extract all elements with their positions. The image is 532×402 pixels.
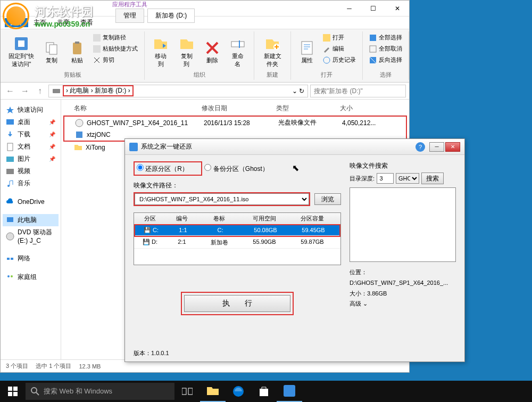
sidebar-videos[interactable]: 视频 [3,165,59,177]
dialog-title-bar: 系统之家一键还原 ? ─ ✕ [125,139,464,155]
location-value: D:\GHOST_WIN7_SP1_X64_2016_... [350,280,448,286]
backup-radio[interactable]: 备份分区（Ghost） [204,165,268,173]
svg-rect-15 [53,89,60,93]
up-button[interactable]: ↑ [34,85,46,97]
svg-point-12 [323,57,330,63]
dialog-close-button[interactable]: ✕ [445,142,460,152]
help-button[interactable]: ? [415,142,425,152]
explorer-taskbar-button[interactable] [200,381,226,402]
maximize-button[interactable]: ☐ [361,1,385,17]
ext-select[interactable]: GHO [396,173,419,184]
download-icon [6,130,14,139]
sidebar-network[interactable]: 网络 [3,252,59,265]
ribbon: 固定到"快速访问" 复制 粘贴 复制路径 粘贴快捷方式 剪切 剪贴板 [1,29,409,83]
file-menu[interactable]: 文件 [5,18,28,27]
forward-button[interactable]: → [19,85,31,97]
search-button[interactable]: 搜索 [421,173,444,184]
restore-radio[interactable]: 还原分区（R） [137,165,188,173]
browse-button[interactable]: 浏览 [314,193,341,205]
properties-button[interactable]: 属性 [295,32,319,71]
copy-button[interactable]: 复制 [40,32,63,71]
search-input[interactable] [310,85,406,97]
col-type[interactable]: 类型 [276,104,340,113]
view-tab[interactable]: 查看 [75,18,98,27]
taskbar-search[interactable]: 搜索 Web 和 Windows [26,383,174,400]
sidebar-this-pc[interactable]: 此电脑 [3,214,59,226]
partition-row-d[interactable]: 💾 D: 2:1 新加卷 55.90GB 59.87GB [134,237,340,249]
sidebar-desktop[interactable]: 桌面📌 [3,116,59,128]
version-label: 版本：1.0.0.1 [134,349,169,357]
search-results-list[interactable] [350,187,456,262]
sidebar-onedrive[interactable]: OneDrive [3,196,59,208]
svg-rect-30 [8,387,12,391]
copy-path-button[interactable]: 复制路径 [91,32,140,43]
share-tab[interactable]: 共享 [52,18,75,27]
invert-select-button[interactable]: 反向选择 [367,55,404,65]
pin-icon [13,35,30,52]
dialog-minimize-button[interactable]: ─ [429,142,444,152]
partition-row-c[interactable]: 💾 C: 1:1 C: 50.08GB 59.45GB [135,225,339,236]
paste-button[interactable]: 粘贴 [65,32,89,71]
column-headers: 名称 修改日期 类型 大小 [63,102,407,116]
select-none-button[interactable]: 全部取消 [367,44,404,54]
edge-taskbar-button[interactable] [226,381,251,402]
rename-button[interactable]: 重命名 [226,32,250,71]
image-path-combo[interactable]: D:\GHOST_WIN7_SP1_X64_2016_11.iso [135,193,309,205]
sidebar-homegroup[interactable]: 家庭组 [3,271,59,283]
ghost-app-taskbar-button[interactable] [277,381,302,402]
close-button[interactable]: ✕ [385,1,409,17]
svg-rect-7 [231,42,244,47]
col-name[interactable]: 名称 [74,104,202,113]
copy-to-button[interactable]: 复制到 [175,32,199,71]
title-bar: 应用程序工具 管理 新加卷 (D:) ─ ☐ ✕ [1,1,409,17]
sidebar-music[interactable]: 音乐 [3,177,59,190]
svg-rect-33 [13,392,18,396]
col-date[interactable]: 修改日期 [202,104,276,113]
svg-rect-35 [182,388,186,395]
store-taskbar-button[interactable] [251,381,277,402]
sidebar-pictures[interactable]: 图片📌 [3,153,59,165]
advanced-toggle[interactable]: 高级 ⌄ [350,299,456,309]
svg-rect-36 [188,388,193,395]
depth-label: 目录深度: [350,175,375,183]
open-button[interactable]: 打开 [321,32,358,43]
th-label: 卷标 [198,213,240,224]
rename-icon [229,35,246,52]
execute-button[interactable]: 执 行 [184,295,290,312]
breadcrumb[interactable]: › 此电脑 › 新加卷 (D:) › ⌄ ↻ [48,85,308,97]
edit-button[interactable]: 编辑 [321,44,358,54]
new-folder-button[interactable]: 新建文件夹 [259,32,286,71]
col-size[interactable]: 大小 [340,104,393,113]
partition-table: 分区 编号 卷标 可用空间 分区容量 💾 C: 1:1 C: 50.08GB 5… [134,212,341,265]
search-title: 映像文件搜索 [350,161,456,170]
star-icon [6,106,14,114]
paste-shortcut-button[interactable]: 粘贴快捷方式 [91,44,140,54]
select-all-button[interactable]: 全部选择 [367,32,404,43]
delete-button[interactable]: 删除 [201,32,224,71]
svg-rect-6 [93,45,101,53]
contextual-tab-group: 应用程序工具 管理 [112,1,147,23]
task-view-button[interactable] [174,381,200,402]
history-button[interactable]: 历史记录 [321,55,358,65]
depth-input[interactable] [377,173,394,184]
home-tab[interactable]: 主页 [28,18,52,27]
cut-button[interactable]: 剪切 [91,55,140,65]
open-group-label: 打开 [295,71,358,79]
sidebar-dvd[interactable]: DVD 驱动器 (E:) J_C [3,226,59,246]
back-button[interactable]: ← [4,85,16,97]
sidebar-documents[interactable]: 文档📌 [3,141,59,153]
svg-rect-29 [129,143,138,151]
pin-button[interactable]: 固定到"快速访问" [5,32,38,71]
start-button[interactable] [0,381,26,402]
path-icon [93,34,101,42]
manage-tab[interactable]: 管理 [115,9,144,23]
drive-icon [52,87,61,95]
sidebar-quick-access[interactable]: 快速访问 [3,104,59,116]
minimize-button[interactable]: ─ [337,1,361,17]
ghost-app-icon [284,385,295,397]
sidebar-downloads[interactable]: 下载📌 [3,128,59,141]
svg-rect-24 [11,258,13,260]
copy-to-icon [178,35,195,52]
file-row[interactable]: GHOST_WIN7_SP1_X64_2016_11 2016/11/3 15:… [64,117,406,129]
move-to-button[interactable]: 移动到 [149,32,173,71]
